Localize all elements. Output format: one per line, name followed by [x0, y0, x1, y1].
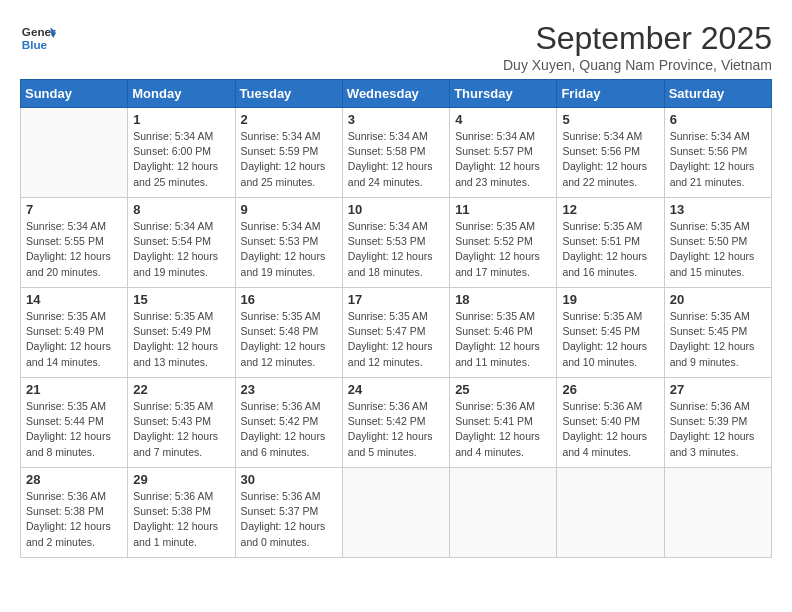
day-number: 23: [241, 382, 337, 397]
page-header: General Blue September 2025 Duy Xuyen, Q…: [20, 20, 772, 73]
day-number: 11: [455, 202, 551, 217]
calendar-cell: 24Sunrise: 5:36 AM Sunset: 5:42 PM Dayli…: [342, 378, 449, 468]
day-info: Sunrise: 5:36 AM Sunset: 5:40 PM Dayligh…: [562, 399, 658, 460]
day-number: 26: [562, 382, 658, 397]
calendar-cell: [557, 468, 664, 558]
day-header-thursday: Thursday: [450, 80, 557, 108]
week-row-4: 21Sunrise: 5:35 AM Sunset: 5:44 PM Dayli…: [21, 378, 772, 468]
day-header-sunday: Sunday: [21, 80, 128, 108]
day-info: Sunrise: 5:35 AM Sunset: 5:47 PM Dayligh…: [348, 309, 444, 370]
calendar-cell: 5Sunrise: 5:34 AM Sunset: 5:56 PM Daylig…: [557, 108, 664, 198]
month-title: September 2025: [503, 20, 772, 57]
calendar-cell: 7Sunrise: 5:34 AM Sunset: 5:55 PM Daylig…: [21, 198, 128, 288]
calendar-table: SundayMondayTuesdayWednesdayThursdayFrid…: [20, 79, 772, 558]
day-number: 27: [670, 382, 766, 397]
calendar-cell: 29Sunrise: 5:36 AM Sunset: 5:38 PM Dayli…: [128, 468, 235, 558]
logo: General Blue: [20, 20, 56, 56]
calendar-cell: 28Sunrise: 5:36 AM Sunset: 5:38 PM Dayli…: [21, 468, 128, 558]
day-info: Sunrise: 5:36 AM Sunset: 5:42 PM Dayligh…: [241, 399, 337, 460]
calendar-cell: 21Sunrise: 5:35 AM Sunset: 5:44 PM Dayli…: [21, 378, 128, 468]
day-header-wednesday: Wednesday: [342, 80, 449, 108]
day-number: 24: [348, 382, 444, 397]
calendar-cell: 22Sunrise: 5:35 AM Sunset: 5:43 PM Dayli…: [128, 378, 235, 468]
calendar-cell: 26Sunrise: 5:36 AM Sunset: 5:40 PM Dayli…: [557, 378, 664, 468]
day-info: Sunrise: 5:34 AM Sunset: 5:53 PM Dayligh…: [348, 219, 444, 280]
day-info: Sunrise: 5:36 AM Sunset: 5:38 PM Dayligh…: [26, 489, 122, 550]
day-header-friday: Friday: [557, 80, 664, 108]
calendar-cell: 13Sunrise: 5:35 AM Sunset: 5:50 PM Dayli…: [664, 198, 771, 288]
day-number: 18: [455, 292, 551, 307]
calendar-cell: 11Sunrise: 5:35 AM Sunset: 5:52 PM Dayli…: [450, 198, 557, 288]
day-info: Sunrise: 5:34 AM Sunset: 6:00 PM Dayligh…: [133, 129, 229, 190]
day-info: Sunrise: 5:34 AM Sunset: 5:58 PM Dayligh…: [348, 129, 444, 190]
day-number: 12: [562, 202, 658, 217]
calendar-cell: 14Sunrise: 5:35 AM Sunset: 5:49 PM Dayli…: [21, 288, 128, 378]
calendar-cell: 2Sunrise: 5:34 AM Sunset: 5:59 PM Daylig…: [235, 108, 342, 198]
day-header-monday: Monday: [128, 80, 235, 108]
week-row-2: 7Sunrise: 5:34 AM Sunset: 5:55 PM Daylig…: [21, 198, 772, 288]
day-number: 20: [670, 292, 766, 307]
day-info: Sunrise: 5:35 AM Sunset: 5:49 PM Dayligh…: [133, 309, 229, 370]
day-info: Sunrise: 5:35 AM Sunset: 5:52 PM Dayligh…: [455, 219, 551, 280]
day-number: 15: [133, 292, 229, 307]
day-info: Sunrise: 5:34 AM Sunset: 5:56 PM Dayligh…: [670, 129, 766, 190]
week-row-1: 1Sunrise: 5:34 AM Sunset: 6:00 PM Daylig…: [21, 108, 772, 198]
logo-icon: General Blue: [20, 20, 56, 56]
day-info: Sunrise: 5:35 AM Sunset: 5:45 PM Dayligh…: [562, 309, 658, 370]
day-number: 28: [26, 472, 122, 487]
calendar-cell: 15Sunrise: 5:35 AM Sunset: 5:49 PM Dayli…: [128, 288, 235, 378]
day-number: 22: [133, 382, 229, 397]
calendar-cell: [21, 108, 128, 198]
calendar-cell: [342, 468, 449, 558]
day-number: 9: [241, 202, 337, 217]
calendar-cell: 1Sunrise: 5:34 AM Sunset: 6:00 PM Daylig…: [128, 108, 235, 198]
day-info: Sunrise: 5:35 AM Sunset: 5:48 PM Dayligh…: [241, 309, 337, 370]
calendar-cell: 8Sunrise: 5:34 AM Sunset: 5:54 PM Daylig…: [128, 198, 235, 288]
calendar-cell: 9Sunrise: 5:34 AM Sunset: 5:53 PM Daylig…: [235, 198, 342, 288]
day-info: Sunrise: 5:36 AM Sunset: 5:37 PM Dayligh…: [241, 489, 337, 550]
day-number: 13: [670, 202, 766, 217]
day-info: Sunrise: 5:35 AM Sunset: 5:49 PM Dayligh…: [26, 309, 122, 370]
day-info: Sunrise: 5:34 AM Sunset: 5:56 PM Dayligh…: [562, 129, 658, 190]
calendar-cell: 4Sunrise: 5:34 AM Sunset: 5:57 PM Daylig…: [450, 108, 557, 198]
day-number: 29: [133, 472, 229, 487]
day-number: 21: [26, 382, 122, 397]
day-info: Sunrise: 5:36 AM Sunset: 5:39 PM Dayligh…: [670, 399, 766, 460]
calendar-cell: 30Sunrise: 5:36 AM Sunset: 5:37 PM Dayli…: [235, 468, 342, 558]
day-info: Sunrise: 5:34 AM Sunset: 5:59 PM Dayligh…: [241, 129, 337, 190]
calendar-cell: [664, 468, 771, 558]
day-number: 10: [348, 202, 444, 217]
calendar-cell: 6Sunrise: 5:34 AM Sunset: 5:56 PM Daylig…: [664, 108, 771, 198]
calendar-cell: 16Sunrise: 5:35 AM Sunset: 5:48 PM Dayli…: [235, 288, 342, 378]
day-info: Sunrise: 5:35 AM Sunset: 5:43 PM Dayligh…: [133, 399, 229, 460]
location-subtitle: Duy Xuyen, Quang Nam Province, Vietnam: [503, 57, 772, 73]
day-number: 2: [241, 112, 337, 127]
day-number: 16: [241, 292, 337, 307]
calendar-cell: 12Sunrise: 5:35 AM Sunset: 5:51 PM Dayli…: [557, 198, 664, 288]
day-info: Sunrise: 5:34 AM Sunset: 5:54 PM Dayligh…: [133, 219, 229, 280]
calendar-cell: 17Sunrise: 5:35 AM Sunset: 5:47 PM Dayli…: [342, 288, 449, 378]
calendar-cell: 3Sunrise: 5:34 AM Sunset: 5:58 PM Daylig…: [342, 108, 449, 198]
calendar-cell: 27Sunrise: 5:36 AM Sunset: 5:39 PM Dayli…: [664, 378, 771, 468]
calendar-cell: 20Sunrise: 5:35 AM Sunset: 5:45 PM Dayli…: [664, 288, 771, 378]
day-number: 3: [348, 112, 444, 127]
day-number: 17: [348, 292, 444, 307]
day-info: Sunrise: 5:34 AM Sunset: 5:53 PM Dayligh…: [241, 219, 337, 280]
day-number: 4: [455, 112, 551, 127]
day-number: 1: [133, 112, 229, 127]
calendar-cell: 25Sunrise: 5:36 AM Sunset: 5:41 PM Dayli…: [450, 378, 557, 468]
day-header-tuesday: Tuesday: [235, 80, 342, 108]
day-info: Sunrise: 5:36 AM Sunset: 5:41 PM Dayligh…: [455, 399, 551, 460]
day-number: 6: [670, 112, 766, 127]
svg-text:Blue: Blue: [22, 38, 48, 51]
day-number: 14: [26, 292, 122, 307]
day-header-row: SundayMondayTuesdayWednesdayThursdayFrid…: [21, 80, 772, 108]
calendar-cell: 23Sunrise: 5:36 AM Sunset: 5:42 PM Dayli…: [235, 378, 342, 468]
week-row-3: 14Sunrise: 5:35 AM Sunset: 5:49 PM Dayli…: [21, 288, 772, 378]
day-number: 5: [562, 112, 658, 127]
day-info: Sunrise: 5:35 AM Sunset: 5:46 PM Dayligh…: [455, 309, 551, 370]
day-info: Sunrise: 5:36 AM Sunset: 5:42 PM Dayligh…: [348, 399, 444, 460]
calendar-cell: 10Sunrise: 5:34 AM Sunset: 5:53 PM Dayli…: [342, 198, 449, 288]
calendar-cell: 18Sunrise: 5:35 AM Sunset: 5:46 PM Dayli…: [450, 288, 557, 378]
day-info: Sunrise: 5:35 AM Sunset: 5:51 PM Dayligh…: [562, 219, 658, 280]
